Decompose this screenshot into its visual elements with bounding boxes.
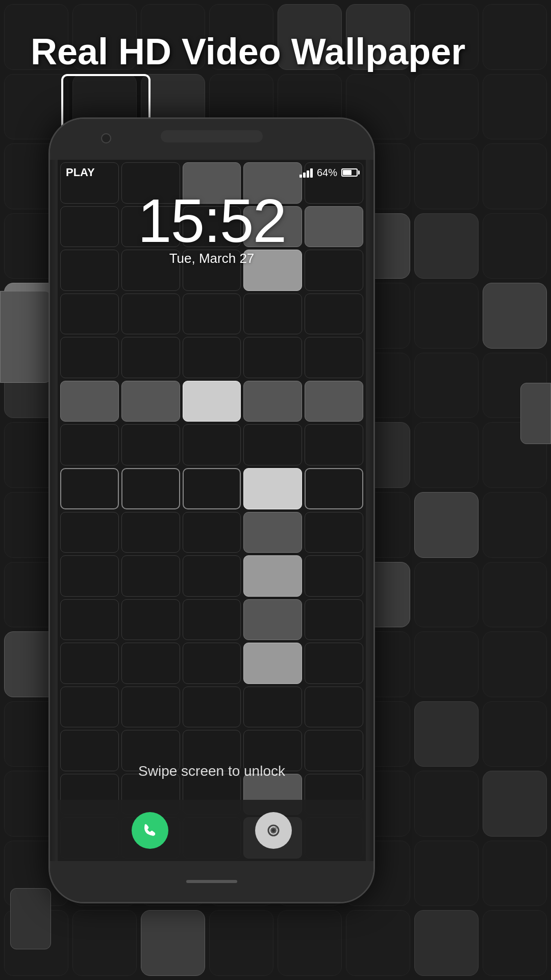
phone-mockup: PLAY 64% 15:52 Tue, March 27 Swipe scree…	[48, 117, 375, 903]
sw-tile	[305, 468, 363, 509]
signal-bar-1	[299, 175, 302, 178]
bg-tile	[414, 74, 479, 140]
sw-tile	[183, 687, 241, 728]
sw-tile	[183, 424, 241, 465]
sw-tile	[60, 337, 119, 378]
sw-tile	[243, 468, 302, 509]
bg-tile	[483, 562, 547, 628]
clock-time: 15:52	[58, 185, 366, 256]
bg-tile	[414, 701, 479, 767]
battery-icon	[341, 168, 358, 177]
bg-tile	[414, 422, 479, 488]
sw-tile	[243, 424, 302, 465]
sw-tile	[60, 555, 119, 597]
sw-tile	[183, 643, 241, 684]
bg-tile	[483, 213, 547, 279]
sw-tile	[183, 599, 241, 641]
sw-tile	[305, 555, 363, 597]
sw-tile	[183, 468, 241, 509]
phone-svg	[141, 821, 159, 840]
phone-dock	[58, 800, 366, 861]
battery-fill	[343, 170, 352, 175]
sw-tile	[121, 381, 180, 422]
bg-tile	[141, 910, 205, 976]
sw-tile	[121, 293, 180, 335]
sw-tile	[121, 512, 180, 553]
signal-bar-3	[307, 170, 309, 178]
play-label: PLAY	[66, 166, 95, 179]
bg-tile	[278, 910, 342, 976]
bg-tile	[483, 701, 547, 767]
battery-percent: 64%	[317, 167, 337, 179]
camera-icon[interactable]	[255, 812, 292, 849]
sw-tile	[60, 468, 119, 509]
sw-tile	[121, 468, 180, 509]
bg-tile	[414, 562, 479, 628]
app-title-text: Real HD Video Wallpaper	[31, 31, 465, 72]
bg-tile	[414, 910, 479, 976]
signal-bar-2	[303, 173, 306, 178]
sw-tile	[243, 555, 302, 597]
sw-tile	[305, 293, 363, 335]
app-title: Real HD Video Wallpaper	[31, 31, 520, 72]
sw-tile	[183, 337, 241, 378]
bg-tile	[483, 841, 547, 906]
bg-tile	[414, 283, 479, 349]
bg-tile	[414, 353, 479, 419]
bg-tile	[414, 841, 479, 906]
unlock-text[interactable]: Swipe screen to unlock	[58, 763, 366, 779]
sw-tile	[183, 512, 241, 553]
sw-tile	[121, 555, 180, 597]
sw-tile	[60, 424, 119, 465]
bg-tile	[483, 631, 547, 697]
status-right-group: 64%	[299, 167, 358, 179]
sw-tile	[121, 643, 180, 684]
sw-tile	[305, 687, 363, 728]
phone-camera	[101, 133, 111, 143]
sw-tile	[243, 337, 302, 378]
bg-tile	[414, 631, 479, 697]
sw-tile	[60, 381, 119, 422]
sw-tile	[243, 512, 302, 553]
bg-tile	[346, 910, 410, 976]
bg-tile	[414, 213, 479, 279]
sw-tile	[305, 337, 363, 378]
sw-tile	[305, 599, 363, 641]
sw-tile	[121, 337, 180, 378]
sw-tile	[305, 381, 363, 422]
sw-tile	[60, 599, 119, 641]
phone-call-icon[interactable]	[132, 812, 168, 849]
sw-tile	[60, 512, 119, 553]
clock-date: Tue, March 27	[58, 251, 366, 266]
phone-screen[interactable]: PLAY 64% 15:52 Tue, March 27 Swipe scree…	[58, 160, 366, 861]
home-button-bar	[186, 880, 237, 883]
bg-tile	[414, 771, 479, 837]
sw-tile	[121, 687, 180, 728]
sw-tile	[243, 293, 302, 335]
sw-tile	[60, 687, 119, 728]
sw-tile	[243, 599, 302, 641]
sw-tile	[305, 643, 363, 684]
sw-tile	[60, 293, 119, 335]
svg-point-2	[272, 829, 275, 832]
side-decoration-right	[520, 383, 551, 444]
sw-tile	[243, 643, 302, 684]
sw-tile	[183, 293, 241, 335]
sw-tile	[183, 555, 241, 597]
bg-tile	[414, 492, 479, 558]
bg-tile	[483, 74, 547, 140]
clock-area: 15:52 Tue, March 27	[58, 185, 366, 266]
sw-tile	[121, 424, 180, 465]
bg-tile	[483, 910, 547, 976]
bg-tile	[483, 143, 547, 209]
side-decoration-left	[0, 291, 51, 383]
sw-tile	[60, 643, 119, 684]
bg-tile	[483, 283, 547, 349]
phone-speaker	[161, 130, 263, 142]
signal-bars	[299, 167, 313, 178]
svg-point-3	[275, 827, 277, 829]
sw-tile	[305, 424, 363, 465]
bg-tile	[483, 771, 547, 837]
camera-svg	[264, 821, 283, 840]
bg-tile	[483, 492, 547, 558]
